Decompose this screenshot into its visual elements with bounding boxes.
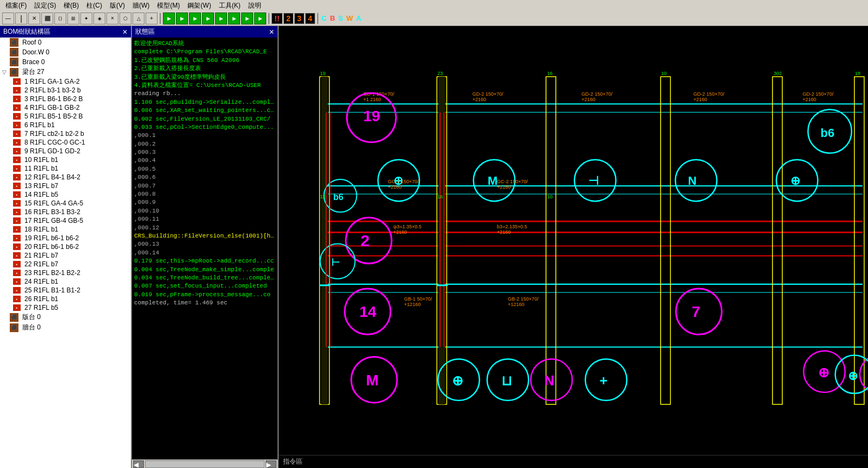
tree-item[interactable]: ▪5 R1FL B5-1 B5-2 B: [0, 112, 131, 121]
tree-item[interactable]: ▪19 R1FL b6-1 b6-2: [0, 234, 131, 242]
tree-item[interactable]: ▪21 R1FL b7: [0, 251, 131, 260]
cad-canvas[interactable]: GD-1 150×70/ +1 2160 GD-2 150×70/ +2160 …: [279, 26, 868, 455]
cad-panel: GD-1 150×70/ +1 2160 GD-2 150×70/ +2160 …: [279, 26, 868, 468]
tree-item[interactable]: ▪3 R1FL B6-1 B6-2 B: [0, 95, 131, 103]
tree-item[interactable]: ▪17 R1FL GB-4 GB-5: [0, 216, 131, 225]
tree-item[interactable]: ▪15 R1FL GA-4 GA-5: [0, 199, 131, 208]
toolbar-letter-a[interactable]: A: [356, 14, 361, 22]
tree-item[interactable]: ▪4 R1FL GB-1 GB-2: [0, 103, 131, 112]
tree-item[interactable]: ▪10 R1FL b1: [0, 155, 131, 164]
tree-item[interactable]: ▪26 R1FL b1: [0, 295, 131, 303]
toolbar-btn-6[interactable]: ⊞: [67, 13, 79, 24]
toolbar-letter-w[interactable]: W: [346, 14, 353, 22]
menu-help[interactable]: 說明: [245, 1, 265, 11]
toolbar-btn-12[interactable]: +: [146, 13, 158, 24]
toolbar-green-5[interactable]: ▶: [215, 13, 227, 24]
status-close-icon[interactable]: ✕: [269, 28, 274, 36]
tree-item[interactable]: ▪9 R1FL GD-1 GD-2: [0, 147, 131, 155]
menu-steel[interactable]: 鋼架(W): [184, 1, 214, 11]
scroll-right-btn[interactable]: ▶: [266, 460, 276, 468]
tree-item-icon: ▪: [13, 104, 21, 111]
tree-item-icon: ▪: [13, 278, 21, 285]
tree-item-icon: ⬛: [10, 313, 18, 322]
toolbar-green-7[interactable]: ▶: [241, 13, 253, 24]
tree-item[interactable]: ▪2 R1FL b3-1 b3-2 b: [0, 86, 131, 95]
toolbar-num-4[interactable]: 4: [305, 13, 315, 24]
menu-settings[interactable]: 設定(S): [31, 1, 59, 11]
toolbar-btn-7[interactable]: ✦: [80, 13, 92, 24]
tree-item[interactable]: ▽⬛梁台 27: [0, 67, 131, 77]
toolbar-btn-4[interactable]: ⬛: [41, 13, 53, 24]
tree-item[interactable]: ⬛牆台 0: [0, 322, 131, 333]
toolbar-green-4[interactable]: ▶: [202, 13, 214, 24]
horizontal-scrollbar[interactable]: ◀ ▶: [132, 459, 278, 468]
tree-item[interactable]: ▪13 R1FL b7: [0, 182, 131, 190]
tree-item[interactable]: ▪6 R1FL b1: [0, 121, 131, 129]
tree-item[interactable]: ▪27 R1FL b5: [0, 303, 131, 312]
svg-text:GD-2 150×70/: GD-2 150×70/: [802, 91, 833, 97]
bom-tree[interactable]: ⬛Roof 0⬛Door.W 0⬛Brace 0▽⬛梁台 27▪1 R1FL G…: [0, 38, 131, 468]
toolbar-num-2[interactable]: 2: [284, 13, 293, 24]
toolbar-btn-5[interactable]: ⟨⟩: [54, 13, 66, 24]
tree-item[interactable]: ⬛版台 0: [0, 312, 131, 322]
menu-wall[interactable]: 牆(W): [129, 1, 153, 11]
tree-expand-icon[interactable]: ▽: [2, 69, 10, 75]
toolbar-btn-2[interactable]: |: [15, 13, 27, 24]
tree-item-label: 14 R1FL b5: [24, 191, 58, 198]
tree-item[interactable]: ▪22 R1FL b7: [0, 260, 131, 269]
tree-item-icon: ⬛: [10, 38, 18, 47]
status-line: ,000.7: [134, 182, 275, 190]
toolbar-btn-9[interactable]: ×: [106, 13, 118, 24]
bom-close-icon[interactable]: ✕: [122, 28, 128, 36]
toolbar-green-6[interactable]: ▶: [228, 13, 240, 24]
toolbar-btn-3[interactable]: ✕: [28, 13, 40, 24]
menu-slab[interactable]: 版(V): [106, 1, 128, 11]
tree-item-label: 9 R1FL GD-1 GD-2: [24, 147, 80, 155]
toolbar-letter-s[interactable]: S: [338, 14, 343, 22]
toolbar-letter-c[interactable]: C: [322, 14, 326, 22]
status-content[interactable]: 歡迎使用RCAD系統complete C:\Program Files\RCAD…: [132, 38, 278, 459]
tree-item[interactable]: ▪7 R1FL cb2-1 b2-2 b: [0, 129, 131, 138]
tree-item[interactable]: ▪14 R1FL b5: [0, 190, 131, 199]
toolbar-letter-b[interactable]: B: [330, 14, 335, 22]
toolbar-green-3[interactable]: ▶: [189, 13, 201, 24]
menu-beam[interactable]: 樑(B): [60, 1, 82, 11]
svg-text:19: 19: [320, 71, 325, 76]
status-line: 歡迎使用RCAD系統: [134, 40, 275, 48]
toolbar-green-2[interactable]: ▶: [176, 13, 188, 24]
toolbar-btn-10[interactable]: ⬡: [119, 13, 131, 24]
tree-item[interactable]: ▪11 R1FL b1: [0, 164, 131, 173]
tree-item[interactable]: ⬛Door.W 0: [0, 47, 131, 57]
tree-item[interactable]: ⬛Brace 0: [0, 57, 131, 67]
toolbar-btn-8[interactable]: ◈: [93, 13, 105, 24]
svg-text:GD-2 150×70/: GD-2 150×70/: [694, 91, 725, 97]
toolbar-green-1[interactable]: ▶: [163, 13, 175, 24]
tree-item-label: 20 R1FL b6-1 b6-2: [24, 243, 79, 251]
status-line: ,000.6: [134, 173, 275, 182]
menu-column[interactable]: 柱(C): [83, 1, 105, 11]
toolbar-exclaim[interactable]: !!: [272, 13, 282, 24]
tree-item[interactable]: ▪20 R1FL b6-1 b6-2: [0, 242, 131, 251]
menu-file[interactable]: 檔案(F): [2, 1, 30, 11]
scroll-track[interactable]: [145, 460, 265, 468]
tree-item[interactable]: ▪18 R1FL b1: [0, 225, 131, 234]
command-bar[interactable]: 指令區: [279, 455, 868, 468]
toolbar-btn-11[interactable]: △: [133, 13, 144, 24]
tree-item[interactable]: ▪16 R1FL B3-1 B3-2: [0, 208, 131, 216]
toolbar-btn-1[interactable]: —: [2, 13, 14, 24]
tree-item[interactable]: ▪8 R1FL CGC-0 GC-1: [0, 138, 131, 147]
menu-tools[interactable]: 工具(K): [216, 1, 244, 11]
tree-item[interactable]: ⬛Roof 0: [0, 38, 131, 47]
tree-item[interactable]: ▪1 R1FL GA-1 GA-2: [0, 77, 131, 86]
tree-item[interactable]: ▪24 R1FL b1: [0, 277, 131, 286]
toolbar-green-8[interactable]: ▶: [254, 13, 266, 24]
tree-item[interactable]: ▪23 R1FL B2-1 B2-2: [0, 269, 131, 277]
svg-text:19: 19: [363, 108, 380, 124]
toolbar-num-3[interactable]: 3: [294, 13, 304, 24]
scroll-left-btn[interactable]: ◀: [133, 460, 144, 468]
svg-text:GC-1 150×70/: GC-1 150×70/: [388, 179, 419, 184]
tree-item[interactable]: ▪25 R1FL B1-1 B1-2: [0, 286, 131, 295]
tree-item-label: 16 R1FL B3-1 B3-2: [24, 208, 80, 216]
tree-item[interactable]: ▪12 R1FL B4-1 B4-2: [0, 173, 131, 182]
menu-model[interactable]: 模型(M): [154, 1, 183, 11]
